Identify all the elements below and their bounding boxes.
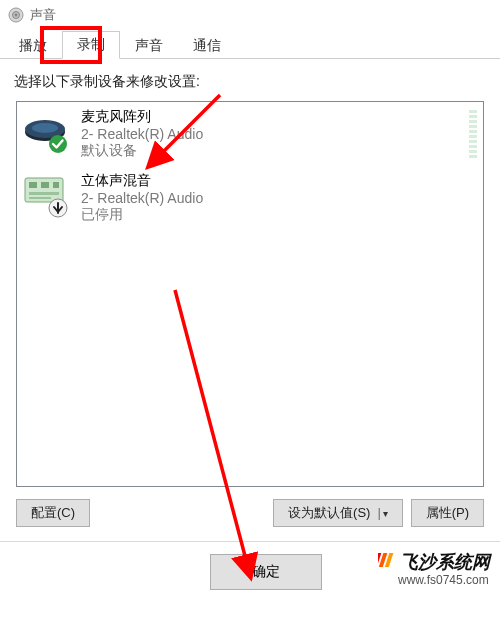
microphone-array-icon — [23, 108, 69, 154]
device-name: 麦克风阵列 — [81, 108, 203, 126]
sound-dialog: 声音 播放 录制 声音 通信 选择以下录制设备来修改设置: — [0, 0, 500, 621]
dropdown-split-icon: │▾ — [376, 508, 387, 519]
svg-rect-12 — [29, 197, 51, 199]
device-sub: 2- Realtek(R) Audio — [81, 190, 203, 206]
device-button-row: 配置(C) 设为默认值(S) │▾ 属性(P) — [0, 487, 500, 527]
configure-button[interactable]: 配置(C) — [16, 499, 90, 527]
svg-point-2 — [15, 14, 18, 17]
titlebar: 声音 — [0, 0, 500, 30]
set-default-button[interactable]: 设为默认值(S) │▾ — [273, 499, 403, 527]
device-text: 麦克风阵列 2- Realtek(R) Audio 默认设备 — [81, 108, 203, 160]
tab-sounds[interactable]: 声音 — [120, 32, 178, 59]
svg-rect-10 — [53, 182, 59, 188]
tab-recording[interactable]: 录制 — [62, 31, 120, 59]
speaker-icon — [8, 7, 24, 23]
device-status: 已停用 — [81, 206, 203, 224]
device-item[interactable]: 麦克风阵列 2- Realtek(R) Audio 默认设备 — [17, 102, 483, 166]
dialog-footer: 确定 — [0, 542, 500, 590]
svg-rect-9 — [41, 182, 49, 188]
instruction-text: 选择以下录制设备来修改设置: — [0, 59, 500, 101]
device-sub: 2- Realtek(R) Audio — [81, 126, 203, 142]
svg-rect-8 — [29, 182, 37, 188]
input-level-meter — [469, 110, 477, 158]
device-status: 默认设备 — [81, 142, 203, 160]
window-title: 声音 — [30, 6, 56, 24]
ok-button[interactable]: 确定 — [210, 554, 322, 590]
svg-rect-11 — [29, 192, 59, 195]
recording-device-list[interactable]: 麦克风阵列 2- Realtek(R) Audio 默认设备 — [16, 101, 484, 487]
properties-button[interactable]: 属性(P) — [411, 499, 484, 527]
tab-strip: 播放 录制 声音 通信 — [0, 30, 500, 59]
stereo-mix-icon — [23, 172, 69, 218]
svg-point-5 — [32, 123, 58, 133]
device-text: 立体声混音 2- Realtek(R) Audio 已停用 — [81, 172, 203, 224]
device-name: 立体声混音 — [81, 172, 203, 190]
tab-playback[interactable]: 播放 — [4, 32, 62, 59]
tab-communications[interactable]: 通信 — [178, 32, 236, 59]
device-item[interactable]: 立体声混音 2- Realtek(R) Audio 已停用 — [17, 166, 483, 230]
